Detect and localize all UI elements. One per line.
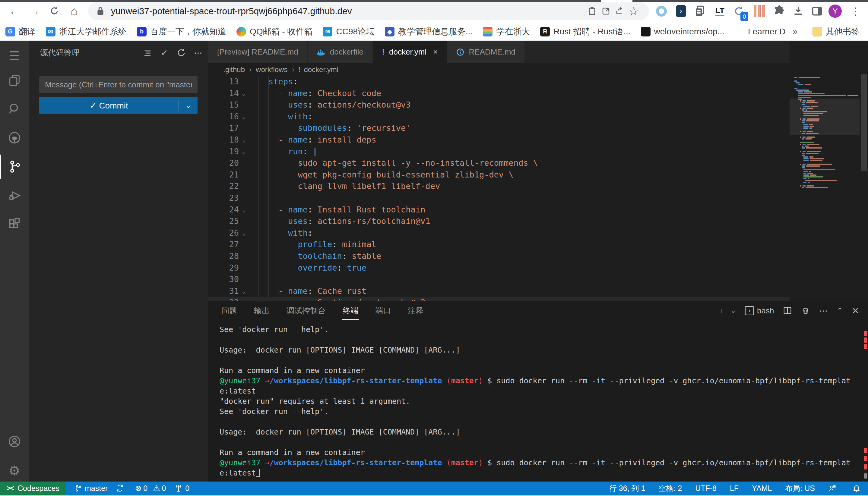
- bookmark-item[interactable]: RRust 招聘 - Rust语...: [540, 26, 630, 37]
- code-line-28[interactable]: 28 toolchain: stable: [208, 250, 790, 262]
- fold-chevron-icon[interactable]: ⌄: [242, 111, 245, 123]
- panel-tab-终端[interactable]: 终端: [342, 301, 359, 320]
- close-tab-icon[interactable]: ×: [433, 47, 438, 57]
- tab--preview-readme.md[interactable]: [Preview] README.md: [208, 41, 308, 63]
- panel-tab-问题[interactable]: 问题: [221, 301, 238, 320]
- cursor-position[interactable]: 行 36, 列 1: [609, 483, 645, 493]
- ports-indicator[interactable]: 0: [174, 484, 190, 493]
- source-control-icon[interactable]: [0, 155, 29, 179]
- code-line-17[interactable]: 17 submodules: 'recursive': [208, 122, 790, 134]
- notifications-bell-icon[interactable]: [852, 484, 863, 492]
- commit-check-icon[interactable]: ✓: [158, 46, 171, 60]
- tab-dockerfile[interactable]: dockerfile: [308, 41, 373, 63]
- profile-avatar[interactable]: Y: [827, 4, 843, 19]
- fold-chevron-icon[interactable]: ⌄: [242, 134, 245, 146]
- remote-indicator[interactable]: >< Codespaces: [0, 482, 66, 495]
- commit-button[interactable]: ✓ Commit ⌄: [39, 97, 197, 114]
- commit-message-input[interactable]: [39, 76, 197, 93]
- search-icon[interactable]: [0, 97, 29, 121]
- split-terminal-icon[interactable]: [783, 306, 792, 315]
- code-line-24[interactable]: 24⌄ - name: Install Rust toolchain: [208, 204, 790, 216]
- reload-button[interactable]: [46, 3, 62, 19]
- fold-chevron-icon[interactable]: ⌄: [242, 146, 245, 158]
- save-clipboard-icon[interactable]: [585, 4, 599, 18]
- code-line-30[interactable]: 30: [208, 274, 790, 285]
- code-line-19[interactable]: 19⌄ run: |: [208, 146, 790, 158]
- bookmark-item[interactable]: ✉浙江大学邮件系统: [46, 26, 127, 37]
- fold-chevron-icon[interactable]: ⌄: [242, 204, 245, 216]
- more-actions-icon[interactable]: ⋯: [191, 46, 205, 60]
- minimap[interactable]: [790, 41, 859, 301]
- breadcrumb-item[interactable]: workflows: [256, 65, 287, 74]
- indentation[interactable]: 空格: 2: [658, 483, 682, 493]
- bookmark-star-icon[interactable]: ☆: [627, 4, 641, 18]
- view-as-list-icon[interactable]: [140, 46, 154, 60]
- extension-pages-icon[interactable]: [692, 4, 707, 19]
- tab-readme.md[interactable]: README.md: [447, 41, 525, 63]
- feedback-icon[interactable]: [828, 484, 839, 492]
- bookmark-item[interactable]: QQ邮箱 - 收件箱: [237, 26, 312, 37]
- settings-gear-icon[interactable]: ⚙: [0, 458, 29, 482]
- panel-more-icon[interactable]: ⋯: [819, 306, 827, 316]
- code-line-27[interactable]: 27 profile: minimal: [208, 239, 790, 250]
- fold-chevron-icon[interactable]: ⌄: [242, 227, 245, 239]
- code-line-32[interactable]: 32 uses: Swatinem/rust-cache@v2: [208, 297, 790, 301]
- eol-sequence[interactable]: LF: [730, 484, 738, 493]
- code-line-15[interactable]: 15 uses: actions/checkout@v3: [208, 99, 790, 111]
- code-line-25[interactable]: 25 uses: actions-rs/toolchain@v1: [208, 215, 790, 227]
- sync-indicator[interactable]: [116, 484, 126, 492]
- sync-extension-icon[interactable]: 0: [731, 4, 746, 19]
- encoding[interactable]: UTF-8: [695, 484, 717, 493]
- extensions-puzzle-icon[interactable]: [772, 4, 787, 19]
- home-button[interactable]: ⌂: [66, 3, 82, 19]
- languagetool-icon[interactable]: LT: [713, 4, 728, 19]
- code-line-22[interactable]: 22 clang llvm libelf1 libelf-dev: [208, 181, 790, 192]
- commit-dropdown[interactable]: ⌄: [179, 101, 197, 110]
- code-line-29[interactable]: 29 override: true: [208, 262, 790, 274]
- breadcrumb-item[interactable]: docker.yml: [304, 65, 339, 74]
- terminal-dropdown-icon[interactable]: ⌄: [731, 307, 736, 314]
- editor-scrollbar[interactable]: [859, 41, 868, 301]
- extension-shield-icon[interactable]: ›: [673, 4, 689, 19]
- share-icon[interactable]: [613, 4, 627, 18]
- language-mode[interactable]: YAML: [752, 484, 772, 493]
- code-line-21[interactable]: 21 wget pkg-config build-essential zlib1…: [208, 169, 790, 181]
- forward-button[interactable]: →: [27, 3, 42, 19]
- code-editor[interactable]: 13 steps:14⌄ - name: Checkout code15 use…: [208, 76, 790, 301]
- bookmark-item[interactable]: G翻译: [5, 26, 35, 37]
- maximize-panel-icon[interactable]: ⌃: [837, 307, 843, 315]
- other-bookmarks[interactable]: 其他书签: [812, 26, 859, 37]
- branch-indicator[interactable]: master: [75, 484, 108, 493]
- browser-menu-icon[interactable]: ⋮: [848, 4, 863, 19]
- code-line-18[interactable]: 18⌄ - name: install deps: [208, 134, 790, 146]
- account-icon[interactable]: [0, 430, 29, 453]
- code-line-20[interactable]: 20 sudo apt-get install -y --no-install-…: [208, 157, 790, 169]
- bookmark-item[interactable]: b百度一下，你就知道: [137, 26, 226, 37]
- panel-tab-输出[interactable]: 输出: [253, 301, 270, 320]
- bookmark-item[interactable]: 98CC98论坛: [323, 26, 375, 37]
- panel-tab-端口[interactable]: 端口: [375, 301, 391, 320]
- bookmark-item[interactable]: 学在浙大: [483, 26, 530, 37]
- refresh-icon[interactable]: [174, 46, 188, 60]
- code-line-16[interactable]: 16⌄ with:: [208, 111, 790, 123]
- panel-tab-注释[interactable]: 注释: [407, 301, 424, 320]
- address-bar[interactable]: yunwei37-potential-space-trout-rpr5qwj66…: [88, 2, 649, 20]
- back-button[interactable]: ←: [6, 3, 22, 19]
- run-debug-icon[interactable]: [0, 184, 29, 207]
- github-icon[interactable]: [0, 126, 29, 150]
- bookmark-item[interactable]: weloveinterns/op...: [641, 27, 724, 36]
- fold-chevron-icon[interactable]: ⌄: [242, 285, 245, 297]
- terminal-output[interactable]: See 'docker run --help'.Usage: docker ru…: [220, 325, 858, 482]
- menu-icon[interactable]: ☰: [0, 44, 29, 68]
- panel-tab-调试控制台[interactable]: 调试控制台: [286, 301, 326, 320]
- terminal-shell-item[interactable]: › bash: [745, 306, 774, 315]
- side-panel-icon[interactable]: [809, 4, 825, 19]
- extension-ring-icon[interactable]: [654, 4, 669, 19]
- downloads-icon[interactable]: [791, 4, 806, 19]
- bookmarks-overflow-chevron[interactable]: »: [792, 26, 798, 37]
- bookmark-item[interactable]: ‖Learner Dashboar...: [735, 27, 785, 36]
- code-line-13[interactable]: 13 steps:: [208, 76, 790, 88]
- problems-indicator[interactable]: ⊗ 0 ⚠ 0: [135, 484, 166, 493]
- bullets-extension-icon[interactable]: [752, 4, 767, 19]
- close-panel-icon[interactable]: ✕: [852, 306, 859, 316]
